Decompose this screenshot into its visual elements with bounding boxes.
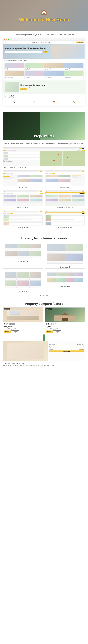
size-icon: 📐 [11,328,12,330]
home-icon: 🏠 [53,101,55,103]
simple-wide-caption: Simple top bar wide [3,227,43,228]
preview-popular-title: Our choice of popular real estate [4,60,84,62]
preview-card-7: Aqua Apartment $200,000 [44,71,64,79]
cozy-baths: 🚿 1 [7,328,10,330]
cozy-cottage-title: Cozy Cottage [4,323,42,325]
screenshots-grid-2: 🏠 [3,190,85,208]
preview-card-2: Waterfront Villa $120,000 [24,63,44,71]
preview-nav: 🏠 Home About Properties Blog Contact Us [3,41,85,44]
preview-hero-banner: Buy or rent properties with no commissio… [3,44,85,59]
hero-icon: 🏠 [19,9,69,16]
compare-now-btn[interactable]: Compare Now [50,350,84,352]
wide-side-filter-screenshot: 🏠 [45,170,85,186]
preview-modern-btn[interactable]: Learn More [20,88,27,90]
cozy-details-btn[interactable]: Details [4,330,11,333]
simple-wide-screenshot: 🏠 [3,210,43,226]
map-pin-3 [54,160,54,161]
preview-search-button[interactable]: Search [43,51,48,53]
3col-wide-preview: 3 columns wide [3,270,43,293]
comparison-caption: Comparison side area & popup [3,362,85,364]
hero-title: Welcome to New Home [19,17,69,22]
preview-popular-section: Our choice of popular real estate Front … [3,59,85,80]
active-search-wide [45,212,85,214]
active-search-bar [45,192,85,194]
how-step-1: 🔍 Search [12,101,16,104]
eclectic-house-image: FOR RENT [45,308,85,322]
grid-content [17,174,43,186]
eclectic-sqft: 📐 2,400 [53,328,58,330]
comparison-popup-area: Compare Properties Cozy Cottage Eclectic… [3,337,85,366]
3col-grid-preview: 3 columns grid [3,242,43,268]
preview-search-input[interactable] [5,51,42,53]
arrow-container [3,337,85,340]
preview-card-6: Pink House $55,000 [24,71,44,79]
comparison-sub-caption: Add properties to a handy side area & ac… [3,364,85,366]
preview-card-img-1 [4,63,24,68]
preview-card-info-2: Waterfront Villa $120,000 [24,68,44,70]
how-step-4: ✅ Move In [72,101,76,104]
eclectic-baths: 🚿 2 [49,328,52,330]
wide-grid-content [45,174,71,186]
preview-card-img-6 [24,71,44,76]
bath-icon-2: 🚿 [49,328,51,330]
wide-side-filter-item: 🏠 [45,170,85,188]
cozy-cottage-price: $50,000$ [4,326,42,328]
preview-card-info-4: New Home Bungalow $75,000 [64,68,84,70]
preview-card-img-5 [4,71,24,76]
ss-filter-bar [3,149,85,151]
screenshots-grid-1: 🏠 [3,170,85,188]
4col-wide-caption: 4 columns wide [45,285,85,288]
cozy-compare-btn[interactable]: Compare [11,330,20,333]
split-map-screenshot-container: 🏠 [3,148,85,168]
cozy-cottage-image: FOR SALE [3,308,43,322]
preview-card-3: Prairie Bungalow $85,000 [44,63,64,71]
active-simple-wide-caption: Active simple top bar wide [45,227,85,228]
preview-property-grid: Front House $45,000 Waterfront Villa $12… [4,63,84,71]
preview-card-img-2 [24,63,44,68]
cozy-beds: 🛏 2 [4,328,6,330]
search-icon: 🔍 [12,101,16,103]
map-pin-2 [67,157,68,158]
website-preview: 🏠 Home About Properties Blog Contact Us … [3,38,85,106]
cozy-cottage-features: 🛏 2 🚿 1 📐 1,200 [4,328,42,330]
property-lists-heading: Property lists [5,134,83,138]
preview-modern-image [5,82,19,92]
2col-grid-preview: 2 columns grid [45,242,85,268]
preview-dot-yellow [6,39,7,40]
ss-splitmap-body: Smart real estate Light Woodlands House [3,151,85,166]
active-simple-wide-item: 🏠 [45,210,85,228]
simple-top-grid-screenshot: 🏠 [3,190,43,206]
preview-how-subtitle: Find a perfect home [4,97,84,98]
compare-properties-grid: FOR SALE Cozy Cottage $50,000$ 🛏 2 [3,307,85,334]
eclectic-compare-btn[interactable]: Compare [53,330,62,333]
eclectic-house-title: Eclectic House [46,323,84,325]
property-lists-overlay-text: Property lists [3,132,85,140]
3col-caption: 3 columns grid [3,260,43,263]
columns-grid: 3 columns grid [3,242,85,293]
preview-card-info-3: Prairie Bungalow $85,000 [44,68,64,70]
hero-section: 🏠 Welcome to New Home [0,0,88,32]
how-step-3: 🏠 Visit [53,101,55,104]
how-step-2: 📋 Review [32,101,36,104]
preview-card-info-7: Aqua Apartment $200,000 [44,76,64,79]
hero-content: 🏠 Welcome to New Home [19,9,69,22]
cozy-cottage-card: FOR SALE Cozy Cottage $50,000$ 🛏 2 [3,307,43,334]
preview-property-grid-2: White Mansion Loft $320,000 Pink House $… [4,71,84,79]
size-icon-2: 📐 [53,328,54,330]
4col-wide-preview: 4 columns wide [45,270,85,293]
eclectic-house-body: Eclectic House 2,00$ 🛏 3 🚿 2 📐 2,400 [45,322,85,334]
eclectic-details-btn[interactable]: Details [46,330,53,333]
preview-modern-text: Modern spaces and premium design Find yo… [20,84,46,90]
preview-card-1: Front House $45,000 [4,63,24,71]
map-pin-1 [58,154,59,155]
simple-top-caption: Simple top bar grid [3,207,43,208]
active-top-grid-item: 🏠 [45,190,85,208]
preview-card-4: New Home Bungalow $75,000 [64,63,84,71]
ss-splitmap-header: 🏠 [3,148,85,149]
preview-modern-section: Modern spaces and premium design Find yo… [3,80,85,94]
simple-wide-item: 🏠 [3,210,43,228]
active-top-grid-screenshot: 🏠 [45,190,85,206]
active-simple-wide-screenshot: 🏠 [45,210,85,226]
comparison-left-image [3,341,48,361]
bed-icon: 🛏 [4,328,6,330]
